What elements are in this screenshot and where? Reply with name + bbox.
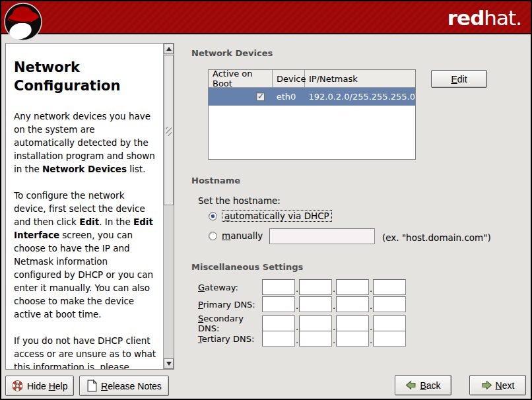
edit-button[interactable]: Edit — [431, 70, 487, 88]
gateway-row: Gateway: ... — [198, 279, 406, 295]
back-arrow-icon — [405, 380, 416, 391]
col-header-device[interactable]: Device — [273, 70, 305, 87]
redhat-shadowman-logo — [3, 1, 43, 42]
help-panel: Network Configuration Any network device… — [5, 43, 174, 370]
manual-label-text: anually — [230, 230, 263, 241]
hostname-hint: (ex. "host.domain.com") — [382, 232, 491, 243]
help-text: Network Configuration Any network device… — [6, 44, 163, 369]
release-notes-label: Release Notes — [101, 381, 162, 391]
help-p3-text: If you do not have DHCP client access or… — [14, 335, 156, 369]
gateway-octet-4[interactable] — [373, 279, 406, 295]
primary-dns-label-text: rimary DNS: — [203, 300, 255, 310]
dhcp-radio-button[interactable] — [209, 212, 217, 220]
back-button[interactable]: Back — [395, 375, 451, 395]
edit-mnemonic: E — [451, 74, 457, 84]
help-p1-bold: Network Devices — [42, 164, 127, 174]
hostname-input[interactable] — [269, 228, 375, 244]
primary-dns-octet-4[interactable] — [373, 296, 406, 312]
back-post: ack — [426, 380, 441, 391]
gateway-mnemonic: G — [198, 283, 205, 292]
release-notes-mnemonic: R — [101, 381, 108, 391]
dhcp-radio-label[interactable]: automatically via DHCP — [222, 210, 332, 222]
help-p2-text3: screen, you can choose to have the IP an… — [14, 230, 153, 319]
gateway-label-text: ateway: — [205, 283, 238, 292]
next-mnemonic: N — [496, 380, 502, 391]
back-mnemonic: B — [420, 380, 426, 391]
hide-help-mnemonic: H — [49, 381, 55, 391]
tertiary-dns-row: Tertiary DNS: ... — [198, 331, 406, 347]
release-notes-button[interactable]: Release Notes — [79, 376, 169, 396]
help-paragraph-3: If you do not have DHCP client access or… — [14, 334, 158, 369]
arrow-down-icon — [166, 362, 172, 366]
secondary-dns-octet-2[interactable] — [299, 316, 332, 331]
gateway-label: Gateway: — [198, 283, 262, 292]
primary-dns-row: Primary DNS: ... — [198, 296, 406, 312]
next-button[interactable]: Next — [469, 375, 526, 395]
hide-help-button[interactable]: Hide Help — [5, 376, 74, 396]
hide-help-pre: Hide — [27, 381, 49, 391]
release-notes-post: elease Notes — [108, 381, 162, 391]
brand-bold: red — [448, 6, 484, 30]
network-devices-label: Network Devices — [191, 48, 273, 58]
tertiary-dns-octet-3[interactable] — [336, 331, 369, 347]
life-buoy-icon — [11, 380, 24, 392]
dhcp-label-text: utomatically via DHCP — [230, 211, 329, 221]
arrow-up-icon — [166, 47, 172, 51]
edit-post: dit — [457, 74, 467, 84]
redhat-wordmark: redhat. — [448, 6, 521, 30]
manual-radio-label[interactable]: manually — [222, 230, 263, 241]
help-p2-text2: . In the — [99, 217, 133, 227]
next-post: ext — [502, 380, 515, 391]
device-cell: eth0 — [273, 88, 305, 106]
hide-help-post: elp — [55, 381, 68, 391]
set-hostname-label: Set the hostname: — [198, 195, 281, 206]
col-header-ip-netmask[interactable]: IP/Netmask — [305, 70, 415, 87]
misc-settings-label: Miscellaneous Settings — [191, 262, 303, 272]
help-paragraph-2: To configure the network device, first s… — [14, 189, 158, 321]
top-banner: redhat. — [1, 1, 531, 34]
tertiary-dns-octet-4[interactable] — [373, 331, 406, 347]
tertiary-dns-octet-2[interactable] — [299, 331, 332, 347]
installer-window: redhat. Network Configuration Any networ… — [0, 0, 532, 400]
primary-dns-label: Primary DNS: — [198, 300, 262, 310]
document-icon — [86, 380, 98, 392]
hostname-label: Hostname — [191, 176, 240, 185]
help-scrollbar[interactable] — [163, 44, 174, 369]
active-on-boot-cell — [209, 88, 273, 106]
hide-help-label: Hide Help — [27, 381, 68, 391]
col-header-active-on-boot[interactable]: Active on Boot — [209, 70, 273, 87]
next-label: Next — [496, 380, 515, 391]
secondary-dns-octet-4[interactable] — [373, 316, 406, 331]
tertiary-dns-label: Tertiary DNS: — [198, 334, 262, 344]
gateway-octet-3[interactable] — [336, 279, 369, 295]
back-label: Back — [420, 380, 440, 391]
table-header-row: Active on Boot Device IP/Netmask — [209, 70, 415, 88]
next-arrow-icon — [481, 380, 492, 391]
secondary-dns-octet-3[interactable] — [336, 316, 369, 331]
manual-mnemonic: m — [222, 230, 230, 241]
table-row[interactable]: eth0 192.0.2.0/255.255.255.0 — [209, 88, 415, 106]
help-title: Network Configuration — [14, 58, 158, 95]
edit-button-label: Edit — [451, 74, 467, 84]
primary-dns-octet-1[interactable] — [262, 296, 295, 312]
secondary-dns-octet-1[interactable] — [262, 316, 295, 331]
help-p1-text2: list. — [127, 164, 145, 174]
help-p2-bold: Edit — [79, 217, 99, 227]
dhcp-radio-row: automatically via DHCP — [209, 210, 332, 222]
manual-radio-row: manually — [209, 230, 263, 241]
scrollbar-up-button[interactable] — [164, 44, 174, 54]
primary-dns-mnemonic: P — [198, 300, 203, 310]
manual-radio-button[interactable] — [209, 232, 217, 240]
gateway-octet-1[interactable] — [262, 279, 295, 295]
active-on-boot-checkbox[interactable] — [256, 92, 265, 101]
network-devices-table: Active on Boot Device IP/Netmask eth0 19… — [208, 69, 416, 160]
tertiary-dns-octet-1[interactable] — [262, 331, 295, 347]
tertiary-dns-label-text: ertiary DNS: — [202, 334, 255, 344]
help-paragraph-1: Any network devices you have on the syst… — [14, 110, 158, 176]
primary-dns-octet-3[interactable] — [336, 296, 369, 312]
primary-dns-octet-2[interactable] — [299, 296, 332, 312]
scrollbar-down-button[interactable] — [164, 358, 174, 369]
scrollbar-thumb[interactable] — [164, 55, 174, 205]
gateway-octet-2[interactable] — [299, 279, 332, 295]
ip-netmask-cell: 192.0.2.0/255.255.255.0 — [304, 88, 415, 106]
